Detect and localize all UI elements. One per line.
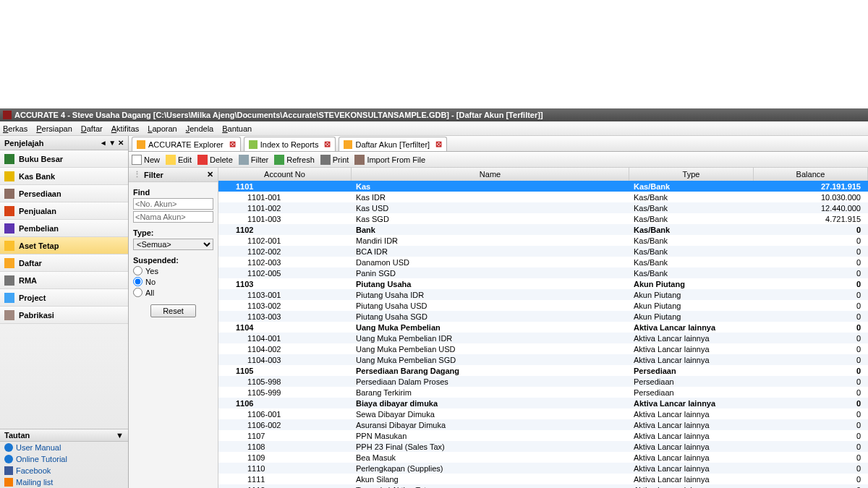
sidebar-item-pabrikasi[interactable]: Pabrikasi [0,307,128,324]
suspended-no-radio[interactable] [133,277,142,286]
cell-name: Kas SGD [352,215,629,223]
suspended-yes-radio[interactable] [133,266,142,275]
cell-name: Panin SGD [352,269,629,278]
menu-daftar[interactable]: Daftar [81,124,103,133]
table-row[interactable]: 1102-001Mandiri IDRKas/Bank0 [218,235,868,246]
suspended-all-radio[interactable] [133,288,142,297]
table-row[interactable]: 1110Perlengkapan (Supplies)Aktiva Lancar… [218,463,868,474]
sidebar-item-persediaan[interactable]: Persediaan [0,185,128,202]
table-row[interactable]: 1101KasKas/Bank27.191.915 [218,181,868,192]
menu-bar[interactable]: BerkasPersiapanDaftarAktifitasLaporanJen… [0,121,868,136]
link-user-manual[interactable]: User Manual [0,442,128,453]
accounts-grid[interactable]: Account No Name Type Balance 1101KasKas/… [218,168,868,488]
table-row[interactable]: 1102-003Danamon USDKas/Bank0 [218,257,868,267]
grip-icon[interactable]: ⋮ [133,170,141,179]
table-row[interactable]: 1111Akun SilangAktiva Lancar lainnya0 [218,474,868,484]
cell-type: Aktiva Lancar lainnya [629,399,754,408]
filter-close-icon[interactable]: ✕ [207,170,213,179]
sidebar-item-kas-bank[interactable]: Kas Bank [0,168,128,185]
table-row[interactable]: 1103-003Piutang Usaha SGDAkun Piutang0 [218,311,868,322]
table-row[interactable]: 1106-002Asuransi Dibayar DimukaAktiva La… [218,419,868,430]
col-account-no[interactable]: Account No [218,168,352,181]
cell-account-no: 1109 [218,453,352,462]
table-row[interactable]: 1102-002BCA IDRKas/Bank0 [218,246,868,257]
filter-button[interactable]: Filter [239,155,268,165]
table-row[interactable]: 1103-001Piutang Usaha IDRAkun Piutang0 [218,289,868,300]
import-button[interactable]: Import From File [354,155,425,165]
table-row[interactable]: 1104-001Uang Muka Pembelian IDRAktiva La… [218,333,868,343]
cell-type: Aktiva Lancar lainnya [629,323,754,332]
table-row[interactable]: 1104-003Uang Muka Pembelian SGDAktiva La… [218,354,868,365]
reset-button[interactable]: Reset [150,304,196,317]
filter-title: Filter [144,171,163,179]
new-button[interactable]: New [132,155,160,165]
edit-label: Edit [178,155,192,164]
table-row[interactable]: 1105-999Barang TerkirimPersediaan0 [218,387,868,398]
cell-balance: 0 [754,226,868,234]
table-row[interactable]: 1104-002Uang Muka Pembelian USDAktiva La… [218,343,868,354]
col-name[interactable]: Name [352,168,629,181]
table-row[interactable]: 1101-002Kas USDKas/Bank12.440.000 [218,202,868,213]
table-row[interactable]: 1105-998Persediaan Dalam ProsesPersediaa… [218,376,868,387]
table-row[interactable]: 1103Piutang UsahaAkun Piutang0 [218,278,868,289]
table-row[interactable]: 1106-001Sewa Dibayar DimukaAktiva Lancar… [218,408,868,419]
table-row[interactable]: 1101-001Kas IDRKas/Bank10.030.000 [218,192,868,202]
sidebar-item-penjualan[interactable]: Penjualan [0,202,128,220]
menu-jendela[interactable]: Jendela [186,124,214,133]
table-row[interactable]: 1105Persediaan Barang DagangPersediaan0 [218,365,868,376]
col-type[interactable]: Type [629,168,754,181]
table-row[interactable]: 1104Uang Muka PembelianAktiva Lancar lai… [218,322,868,333]
links-title: Tautan [4,431,30,440]
table-row[interactable]: 1107PPN MasukanAktiva Lancar lainnya0 [218,430,868,441]
table-row[interactable]: 1103-002Piutang Usaha USDAkun Piutang0 [218,300,868,311]
table-row[interactable]: 1101-003Kas SGDKas/Bank4.721.915 [218,213,868,224]
cell-name: Danamon USD [352,258,629,267]
sidebar-item-aset-tetap[interactable]: Aset Tetap [0,237,128,254]
print-button[interactable]: Print [320,155,349,165]
cell-account-no: 1103 [218,280,352,288]
sidebar-item-rma[interactable]: RMA [0,272,128,289]
account-no-input[interactable] [133,198,213,210]
footer-collapse-icon[interactable]: ▼ [116,431,124,440]
cell-account-no: 1103-002 [218,301,352,310]
table-row[interactable]: 1112Transaksi Aktiva TetapAktiva Lancar … [218,484,868,488]
type-label: Type: [133,228,213,237]
tab-1[interactable]: Index to Reports⊠ [244,137,336,151]
tab-close-icon[interactable]: ⊠ [435,140,442,149]
sidebar-item-pembelian[interactable]: Pembelian [0,220,128,237]
type-select[interactable]: <Semua> [133,239,213,250]
link-online-tutorial[interactable]: Online Tutorial [0,453,128,465]
sidebar-item-project[interactable]: Project [0,289,128,307]
toolbar: New Edit Delete Filter Refresh Print Imp… [129,152,868,168]
sidebar-controls[interactable]: ◄ ▼ ✕ [100,139,124,147]
tab-2[interactable]: Daftar Akun [Terfilter]⊠ [339,137,447,151]
tab-close-icon[interactable]: ⊠ [229,140,236,149]
sidebar-item-buku-besar[interactable]: Buku Besar [0,150,128,168]
sidebar-icon [4,293,14,303]
sidebar-icon [4,189,14,199]
account-name-input[interactable] [133,211,213,223]
link-facebook[interactable]: Facebook [0,465,128,476]
table-row[interactable]: 1102BankKas/Bank0 [218,224,868,235]
cell-balance: 0 [754,291,868,299]
filter-icon [239,155,249,165]
menu-laporan[interactable]: Laporan [148,124,176,133]
table-row[interactable]: 1106Biaya dibayar dimukaAktiva Lancar la… [218,398,868,408]
edit-button[interactable]: Edit [166,155,192,165]
menu-aktifitas[interactable]: Aktifitas [111,124,140,133]
col-balance[interactable]: Balance [754,168,868,181]
menu-persiapan[interactable]: Persiapan [36,124,72,133]
sidebar-item-label: Pembelian [19,224,59,233]
table-row[interactable]: 1102-005Panin SGDKas/Bank0 [218,267,868,278]
table-row[interactable]: 1109Bea MasukAktiva Lancar lainnya0 [218,452,868,463]
link-mailing-list[interactable]: Mailing list [0,476,128,488]
menu-bantuan[interactable]: Bantuan [222,124,252,133]
tab-0[interactable]: ACCURATE Explorer⊠ [132,137,241,151]
sidebar-item-daftar[interactable]: Daftar [0,254,128,272]
tab-close-icon[interactable]: ⊠ [324,140,331,149]
refresh-button[interactable]: Refresh [274,155,315,165]
delete-button[interactable]: Delete [197,155,233,165]
table-row[interactable]: 1108PPH 23 Final (Sales Tax)Aktiva Lanca… [218,441,868,452]
cell-type: Aktiva Lancar lainnya [629,453,754,462]
menu-berkas[interactable]: Berkas [3,124,27,133]
